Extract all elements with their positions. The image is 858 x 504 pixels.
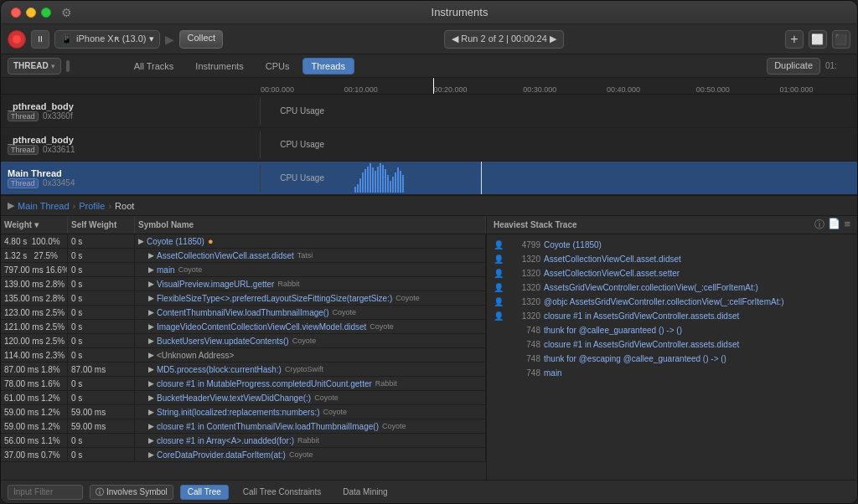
- td-symbol-8: ▶ <Unknown Address>: [135, 348, 486, 362]
- th-self-weight[interactable]: Self Weight: [68, 216, 135, 234]
- td-symbol-12: ▶ String.init(localized:replacements:num…: [135, 405, 486, 419]
- maximize-button[interactable]: [41, 8, 51, 18]
- data-mining-tab[interactable]: Data Mining: [335, 485, 395, 500]
- waveform: [354, 163, 540, 193]
- breadcrumb-main-thread[interactable]: Main Thread: [18, 201, 70, 211]
- stack-row-2[interactable]: 👤 1320 AssetCollectionViewCell.asset.set…: [487, 266, 857, 280]
- table-row[interactable]: 120.00 ms 2.5% 0 s ▶ BucketUsersView.upd…: [1, 334, 486, 348]
- table-row[interactable]: 1.32 s 27.5% 0 s ▶ AssetCollectionViewCe…: [1, 249, 486, 263]
- duplicate-button[interactable]: Duplicate: [767, 58, 820, 75]
- symbol-lib-9: CryptoSwift: [285, 365, 323, 373]
- table-row[interactable]: 121.00 ms 2.5% 0 s ▶ ImageVideoContentCo…: [1, 320, 486, 334]
- tab-cpus[interactable]: CPUs: [256, 58, 299, 75]
- td-self-13: 59.00 ms: [68, 419, 135, 433]
- stack-row-5[interactable]: 👤 1320 closure #1 in AssetsGridViewContr…: [487, 309, 857, 323]
- close-button[interactable]: [11, 8, 21, 18]
- td-symbol-2: ▶ main Coyote: [135, 263, 486, 276]
- td-self-3: 0 s: [68, 277, 135, 291]
- table-row[interactable]: 797.00 ms 16.6% 0 s ▶ main Coyote: [1, 263, 486, 277]
- stack-row-3[interactable]: 👤 1320 AssetsGridViewController.collecti…: [487, 280, 857, 295]
- export-icon[interactable]: 📄: [828, 218, 840, 232]
- tabs-right: Duplicate 01:: [767, 58, 850, 75]
- table-row[interactable]: 139.00 ms 2.8% 0 s ▶ VisualPreview.image…: [1, 277, 486, 291]
- td-weight-4: 135.00 ms 2.8%: [1, 291, 68, 305]
- track-content-2: [328, 128, 857, 161]
- track-row-2[interactable]: _pthread_body Thread 0x33611 CPU Usage: [1, 128, 857, 162]
- table-row[interactable]: 135.00 ms 2.8% 0 s ▶ FlexibleSizeType<>.…: [1, 291, 486, 306]
- tab-threads[interactable]: Threads: [302, 58, 354, 75]
- right-panel-header: Heaviest Stack Trace ⓘ 📄 ≡: [487, 216, 857, 234]
- call-tree-table: Weight ▾ Self Weight Symbol Name 4.80 s …: [1, 216, 487, 480]
- stack-count-4: 1320: [507, 297, 540, 306]
- breadcrumb-sep-1: ›: [73, 201, 76, 211]
- stack-sym-0: Coyote (11850): [544, 240, 602, 249]
- device-name: iPhone Xʀ (13.0): [76, 33, 146, 44]
- stack-count-7: 748: [507, 340, 540, 349]
- breadcrumb-root: Root: [115, 201, 134, 211]
- info-icon[interactable]: ⓘ: [814, 218, 824, 232]
- pause-button[interactable]: ⏸: [31, 30, 49, 49]
- td-self-7: 0 s: [68, 334, 135, 347]
- gear-icon: ⚙: [61, 6, 72, 19]
- device-selector[interactable]: 📱 iPhone Xʀ (13.0) ▾: [54, 30, 160, 49]
- run-indicator: ◀ Run 2 of 2 | 00:00:24 ▶: [444, 30, 564, 49]
- td-symbol-9: ▶ MD5.process(block:currentHash:) Crypto…: [135, 363, 486, 376]
- track-sub-3: Thread 0x33454: [8, 178, 253, 188]
- thread-selector[interactable]: THREAD ▾: [8, 58, 61, 75]
- td-self-14: 0 s: [68, 434, 135, 447]
- stack-row-8[interactable]: 👤 748 thunk for @escaping @callee_guaran…: [487, 352, 857, 366]
- breadcrumb-profile[interactable]: Profile: [79, 201, 105, 211]
- table-row[interactable]: 4.80 s 100.0% 0 s ▶ Coyote (11850) ●: [1, 234, 486, 249]
- call-tree-tab[interactable]: Call Tree: [180, 485, 229, 500]
- stack-row-7[interactable]: 👤 748 closure #1 in AssetsGridViewContro…: [487, 337, 857, 352]
- td-self-6: 0 s: [68, 320, 135, 333]
- minimize-button[interactable]: [26, 8, 36, 18]
- involves-symbol-button[interactable]: ⓘ Involves Symbol: [90, 485, 173, 500]
- record-button[interactable]: [8, 30, 26, 49]
- stack-row-1[interactable]: 👤 1320 AssetCollectionViewCell.asset.did…: [487, 252, 857, 266]
- stack-row-9[interactable]: 👤 748 main: [487, 366, 857, 380]
- call-tree-constraints-tab[interactable]: Call Tree Constraints: [235, 485, 328, 500]
- track-playhead: [481, 162, 482, 194]
- td-self-0: 0 s: [68, 234, 135, 248]
- track-row-3[interactable]: Main Thread Thread 0x33454 CPU Usage: [1, 162, 857, 195]
- th-symbol[interactable]: Symbol Name: [135, 216, 486, 234]
- stack-row-4[interactable]: 👤 1320 @objc AssetsGridViewController.co…: [487, 295, 857, 309]
- symbol-text-7: BucketUsersView.updateContents(): [157, 337, 289, 346]
- table-row[interactable]: 114.00 ms 2.3% 0 s ▶ <Unknown Address>: [1, 348, 486, 363]
- layout2-button[interactable]: ⬛: [832, 30, 850, 49]
- table-row[interactable]: 123.00 ms 2.5% 0 s ▶ ContentThumbnailVie…: [1, 306, 486, 320]
- tab-instruments[interactable]: Instruments: [186, 58, 252, 75]
- playhead: [433, 78, 434, 94]
- add-button[interactable]: +: [785, 30, 804, 49]
- list-icon[interactable]: ≡: [844, 218, 850, 232]
- thread-filter-badge: [66, 60, 70, 72]
- table-row[interactable]: 59.00 ms 1.2% 59.00 ms ▶ String.init(loc…: [1, 405, 486, 419]
- td-weight-2: 797.00 ms 16.6%: [1, 263, 68, 276]
- stack-sym-9: main: [544, 368, 562, 378]
- breadcrumb-icon: ▶: [8, 200, 14, 211]
- title-bar: ⚙ Instruments: [1, 1, 857, 24]
- table-row[interactable]: 59.00 ms 1.2% 59.00 ms ▶ closure #1 in C…: [1, 419, 486, 434]
- layout1-button[interactable]: ⬜: [809, 30, 827, 49]
- tab-all-tracks[interactable]: All Tracks: [125, 58, 183, 75]
- stack-row-6[interactable]: 👤 748 thunk for @callee_guaranteed () ->…: [487, 323, 857, 337]
- track-sub-1: Thread 0x3360f: [8, 111, 253, 121]
- collect-button[interactable]: Collect: [179, 30, 223, 49]
- td-symbol-3: ▶ VisualPreview.imageURL.getter Rabbit: [135, 277, 486, 291]
- td-weight-9: 87.00 ms 1.8%: [1, 363, 68, 376]
- th-weight[interactable]: Weight ▾: [1, 216, 68, 234]
- warning-icon: ●: [208, 236, 214, 246]
- table-row[interactable]: 56.00 ms 1.1% 0 s ▶ closure #1 in Array<…: [1, 434, 486, 448]
- table-row[interactable]: 37.00 ms 0.7% 0 s ▶ CoreDataProvider.dat…: [1, 448, 486, 462]
- track-row-1[interactable]: _pthread_body Thread 0x3360f CPU Usage: [1, 95, 857, 128]
- symbol-lib-7: Coyote: [292, 337, 317, 345]
- input-filter[interactable]: [8, 485, 83, 500]
- table-row[interactable]: 87.00 ms 1.8% 87.00 ms ▶ MD5.process(blo…: [1, 363, 486, 377]
- td-weight-1: 1.32 s 27.5%: [1, 249, 68, 262]
- stack-row-0[interactable]: 👤 4799 Coyote (11850): [487, 238, 857, 252]
- td-weight-0: 4.80 s 100.0%: [1, 234, 68, 248]
- table-row[interactable]: 61.00 ms 1.2% 0 s ▶ BucketHeaderView.tex…: [1, 391, 486, 405]
- table-row[interactable]: 78.00 ms 1.6% 0 s ▶ closure #1 in Mutabl…: [1, 377, 486, 391]
- self-weight-label: Self Weight: [71, 220, 116, 229]
